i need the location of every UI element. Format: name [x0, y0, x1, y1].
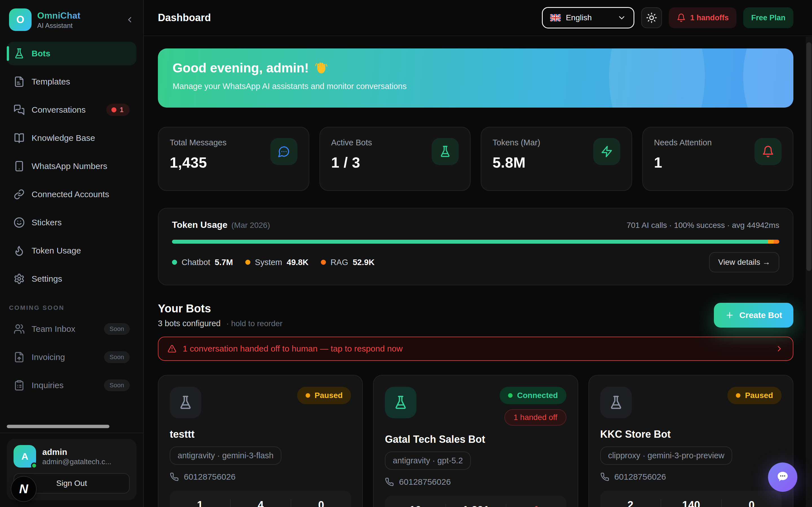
user-name: admin [42, 446, 111, 457]
greeting-title: Good evening, admin! [172, 60, 309, 75]
bot-stat-value: 0 [721, 499, 781, 507]
sidebar-item-connected-accounts[interactable]: Connected Accounts [7, 182, 137, 206]
bot-model-chip: antigravity · gpt-5.2 [385, 452, 470, 470]
bot-avatar [600, 387, 632, 418]
stat-value: 5.8M [493, 154, 540, 171]
bot-stat-value: 2 [600, 499, 661, 507]
progress-segment-rag [774, 240, 779, 244]
sidebar-item-bots[interactable]: Bots [7, 42, 137, 65]
stat-label: Active Bots [331, 138, 372, 147]
status-badge: Paused [727, 387, 781, 404]
stat-card-total-messages: Total Messages 1,435 [158, 127, 309, 191]
handoffs-pill[interactable]: 1 handoffs [669, 7, 737, 28]
bot-phone: 60128756026 [600, 472, 781, 482]
flask-icon [393, 395, 408, 410]
sidebar: O OmniChat AI Assistant Bots Templates C… [0, 0, 144, 507]
create-bot-button[interactable]: Create Bot [714, 303, 794, 328]
brand-subtitle: AI Assistant [37, 22, 80, 30]
bots-grid: Paused testtt antigravity · gemini-3-fla… [158, 375, 794, 507]
stats-row: Total Messages 1,435 Active Bots 1 / 3 [158, 127, 794, 191]
topbar: Dashboard English 1 handoffs Free Plan [144, 0, 812, 36]
phone-icon [170, 472, 179, 482]
chevron-left-icon [125, 15, 134, 24]
clipboard-list-icon [13, 380, 25, 391]
bot-stat-value: 140 [661, 499, 721, 507]
view-details-button[interactable]: View details → [709, 252, 779, 272]
stat-value: 1 / 3 [331, 154, 372, 171]
sidebar-item-templates[interactable]: Templates [7, 70, 137, 94]
bot-card-testtt[interactable]: Paused testtt antigravity · gemini-3-fla… [158, 375, 363, 507]
bot-stat-value: 4 [230, 499, 290, 507]
token-usage-period: (Mar 2026) [232, 221, 270, 230]
legend-dot [172, 260, 177, 265]
brand-name: OmniChat [37, 10, 80, 21]
your-bots-header: Your Bots 3 bots configured · hold to re… [158, 302, 794, 328]
token-usage-title: Token Usage [172, 220, 227, 230]
speech-bubble-icon [775, 470, 790, 485]
banner-decor-circle [743, 48, 794, 108]
file-up-icon [13, 351, 25, 363]
soon-badge: Soon [104, 379, 130, 391]
stat-value: 1 [654, 154, 712, 171]
messages-icon [13, 104, 25, 115]
handoff-alert-banner[interactable]: 1 conversation handed off to human — tap… [158, 337, 794, 361]
unread-dot [111, 107, 116, 112]
sidebar-item-invoicing[interactable]: Invoicing Soon [7, 345, 137, 369]
conversations-unread-badge: 1 [106, 104, 130, 116]
legend-system: System 49.8K [245, 258, 308, 267]
phone-icon [600, 472, 609, 482]
greeting-banner: Good evening, admin! Manage your WhatsAp… [158, 48, 794, 108]
reorder-hint: · hold to reorder [226, 319, 283, 328]
sidebar-item-label: Stickers [32, 218, 62, 227]
sidebar-item-whatsapp-numbers[interactable]: WhatsApp Numbers [7, 154, 137, 178]
sidebar-nav: Bots Templates Conversations 1 Knowledge… [0, 38, 143, 433]
sidebar-collapse-button[interactable] [124, 14, 135, 25]
user-email: admin@gataltech.c... [42, 457, 111, 466]
sun-icon [646, 12, 657, 23]
vertical-scrollbar-thumb[interactable] [806, 42, 811, 271]
sidebar-item-token-usage[interactable]: Token Usage [7, 239, 137, 263]
sidebar-item-team-inbox[interactable]: Team Inbox Soon [7, 317, 137, 341]
language-value: English [566, 13, 592, 22]
bot-card-gatal-tech-sales-bot[interactable]: Connected 1 handed off Gatal Tech Sales … [373, 375, 578, 507]
book-icon [13, 132, 25, 144]
link-icon [13, 189, 25, 200]
nextjs-dev-badge[interactable]: N [11, 476, 36, 501]
sidebar-item-label: Knowledge Base [32, 133, 95, 143]
plus-icon [725, 311, 734, 320]
progress-segment-chatbot [172, 240, 768, 244]
sidebar-item-inquiries[interactable]: Inquiries Soon [7, 374, 137, 397]
sidebar-item-conversations[interactable]: Conversations 1 [7, 98, 137, 122]
stat-card-tokens: Tokens (Mar) 5.8M [481, 127, 632, 191]
main-area: Dashboard English 1 handoffs Free Plan [144, 0, 812, 507]
bot-avatar [385, 387, 416, 418]
stat-label: Tokens (Mar) [493, 138, 540, 147]
chat-fab-button[interactable] [768, 462, 797, 492]
flame-icon [13, 245, 25, 256]
users-icon [13, 323, 25, 335]
legend-chatbot: Chatbot 5.7M [172, 258, 233, 267]
bot-name: KKC Store Bot [600, 429, 781, 440]
bot-avatar [170, 387, 201, 418]
bell-icon [677, 13, 686, 22]
bot-card-kkc-store-bot[interactable]: Paused KKC Store Bot clipproxy · gemini-… [589, 375, 794, 507]
sidebar-horizontal-scrollbar[interactable] [7, 425, 109, 428]
bot-stats: 1 4 0 [170, 491, 351, 507]
sidebar-item-settings[interactable]: Settings [7, 267, 137, 291]
bot-stats: 16 1,291 1 [385, 496, 566, 507]
app-window: O OmniChat AI Assistant Bots Templates C… [0, 0, 812, 507]
sidebar-item-label: Bots [32, 49, 50, 58]
status-badge: Paused [297, 387, 351, 404]
zap-icon [601, 145, 613, 158]
flask-icon [439, 145, 451, 158]
bot-model-chip: antigravity · gemini-3-flash [170, 446, 282, 465]
bot-model-chip: clipproxy · gemini-3-pro-preview [600, 446, 732, 465]
gear-icon [13, 273, 25, 284]
bot-phone: 60128756026 [170, 472, 351, 482]
theme-toggle-button[interactable] [641, 7, 662, 28]
sidebar-item-label: Conversations [32, 105, 86, 115]
sidebar-item-knowledge-base[interactable]: Knowledge Base [7, 126, 137, 150]
bot-stat-value: 1 [506, 504, 566, 507]
language-select[interactable]: English [542, 7, 635, 29]
sidebar-item-stickers[interactable]: Stickers [7, 211, 137, 234]
